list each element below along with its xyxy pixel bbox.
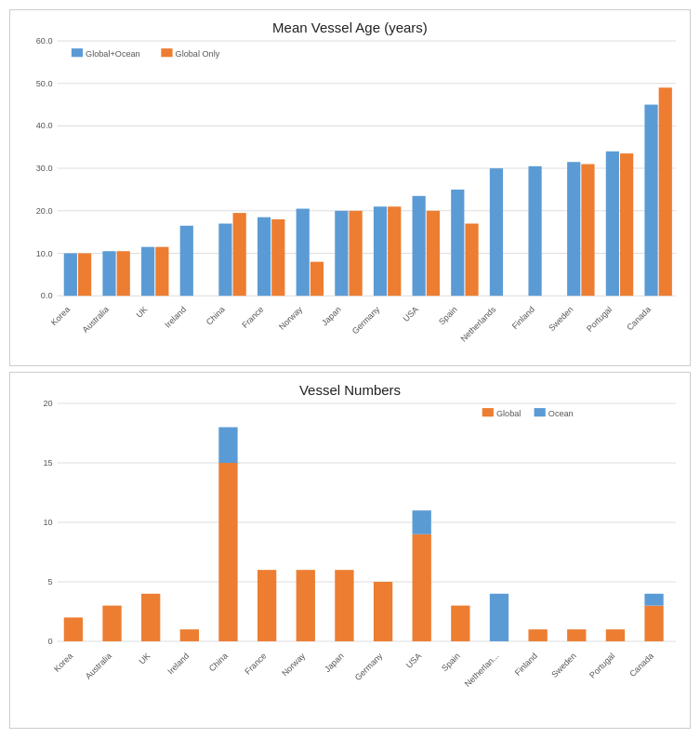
svg-rect-42	[388, 206, 401, 296]
svg-text:Portugal: Portugal	[585, 305, 614, 334]
chart1-svg: 0.0 10.0 20.0 30.0 40.0 50.0 60.0 Global…	[20, 41, 680, 315]
svg-text:Australia: Australia	[81, 304, 112, 335]
svg-text:UK: UK	[138, 652, 152, 666]
svg-rect-73	[482, 408, 494, 416]
svg-text:0.0: 0.0	[41, 291, 53, 300]
svg-rect-92	[335, 570, 353, 641]
svg-rect-83	[180, 629, 199, 641]
chart1-title: Mean Vessel Age (years)	[20, 20, 680, 35]
svg-rect-29	[218, 224, 231, 297]
svg-rect-97	[413, 510, 431, 534]
svg-rect-99	[451, 606, 469, 641]
svg-rect-50	[490, 168, 503, 296]
svg-rect-24	[141, 247, 154, 297]
svg-text:France: France	[243, 652, 268, 677]
svg-text:Netherlan...: Netherlan...	[463, 652, 500, 689]
svg-rect-38	[335, 211, 348, 296]
svg-text:20: 20	[43, 399, 52, 408]
svg-rect-109	[644, 606, 663, 641]
svg-text:Japan: Japan	[320, 305, 343, 328]
svg-text:Spain: Spain	[437, 305, 459, 327]
svg-text:Canada: Canada	[627, 651, 655, 679]
svg-rect-52	[528, 166, 541, 296]
svg-rect-94	[374, 582, 392, 641]
svg-rect-45	[427, 211, 440, 296]
svg-text:Ireland: Ireland	[163, 305, 188, 330]
svg-text:10.0: 10.0	[36, 249, 53, 258]
svg-text:Sweden: Sweden	[547, 305, 575, 333]
chart2-title: Vessel Numbers	[20, 382, 680, 398]
svg-rect-105	[567, 629, 586, 641]
svg-text:USA: USA	[404, 651, 424, 670]
svg-rect-58	[620, 153, 633, 296]
svg-rect-35	[297, 209, 310, 297]
svg-text:Japan: Japan	[323, 652, 346, 675]
svg-rect-16	[161, 48, 172, 57]
svg-text:Portugal: Portugal	[588, 652, 616, 680]
svg-rect-30	[233, 213, 246, 296]
svg-text:Norway: Norway	[277, 305, 304, 332]
svg-rect-54	[567, 162, 580, 296]
chart-panel-1: Mean Vessel Age (years) 0.0 10.0 20.0	[9, 9, 691, 366]
svg-text:Norway: Norway	[280, 651, 307, 678]
svg-text:China: China	[207, 651, 231, 674]
svg-text:20.0: 20.0	[36, 206, 53, 216]
svg-text:USA: USA	[402, 304, 421, 323]
svg-rect-77	[64, 617, 83, 641]
svg-rect-22	[117, 251, 130, 296]
svg-rect-36	[310, 262, 324, 297]
chart-panel-2: Vessel Numbers 0 5 10 15 20 Global	[9, 372, 691, 729]
svg-text:Finland: Finland	[510, 305, 536, 331]
svg-rect-18	[64, 254, 77, 297]
chart2-svg: 0 5 10 15 20 Global Ocean Korea Australi…	[20, 403, 680, 658]
svg-text:5: 5	[47, 577, 52, 586]
svg-rect-101	[490, 594, 508, 641]
svg-text:60.0: 60.0	[36, 36, 53, 46]
svg-rect-21	[102, 251, 115, 296]
svg-rect-107	[606, 629, 625, 641]
svg-text:Canada: Canada	[625, 304, 653, 332]
svg-rect-19	[78, 254, 91, 297]
svg-text:Australia: Australia	[84, 651, 114, 681]
charts-container: Mean Vessel Age (years) 0.0 10.0 20.0	[0, 0, 700, 738]
svg-rect-55	[581, 165, 594, 297]
svg-text:Germany: Germany	[350, 305, 382, 336]
svg-text:Ireland: Ireland	[165, 652, 191, 677]
svg-rect-60	[644, 105, 657, 297]
svg-rect-96	[413, 534, 431, 641]
svg-text:Germany: Germany	[353, 651, 385, 682]
svg-text:Ocean: Ocean	[548, 409, 574, 418]
svg-rect-88	[258, 570, 276, 641]
svg-text:Korea: Korea	[52, 651, 75, 674]
svg-rect-41	[374, 206, 387, 296]
svg-text:France: France	[240, 305, 265, 330]
svg-rect-79	[102, 606, 121, 641]
svg-rect-81	[141, 594, 160, 641]
svg-rect-47	[451, 190, 464, 296]
svg-rect-85	[218, 463, 237, 641]
svg-text:10: 10	[43, 518, 52, 527]
svg-rect-61	[659, 87, 672, 296]
svg-text:China: China	[205, 304, 228, 327]
svg-rect-32	[258, 217, 271, 297]
svg-rect-48	[465, 224, 478, 297]
svg-text:Global: Global	[496, 409, 521, 418]
svg-rect-103	[528, 629, 547, 641]
svg-rect-25	[155, 247, 168, 297]
svg-text:30.0: 30.0	[36, 164, 53, 173]
svg-rect-39	[349, 211, 362, 296]
svg-text:Spain: Spain	[440, 652, 462, 674]
svg-rect-33	[271, 219, 284, 296]
svg-text:Korea: Korea	[49, 304, 73, 327]
svg-rect-44	[413, 196, 426, 296]
svg-text:Global+Ocean: Global+Ocean	[86, 49, 140, 59]
svg-rect-110	[644, 594, 663, 606]
svg-rect-75	[535, 408, 546, 416]
svg-rect-27	[180, 226, 193, 296]
svg-text:50.0: 50.0	[36, 79, 53, 88]
svg-text:Global Only: Global Only	[176, 49, 220, 59]
svg-rect-14	[72, 48, 83, 57]
svg-rect-86	[218, 428, 237, 463]
svg-text:0: 0	[47, 637, 52, 646]
svg-text:UK: UK	[135, 305, 150, 320]
